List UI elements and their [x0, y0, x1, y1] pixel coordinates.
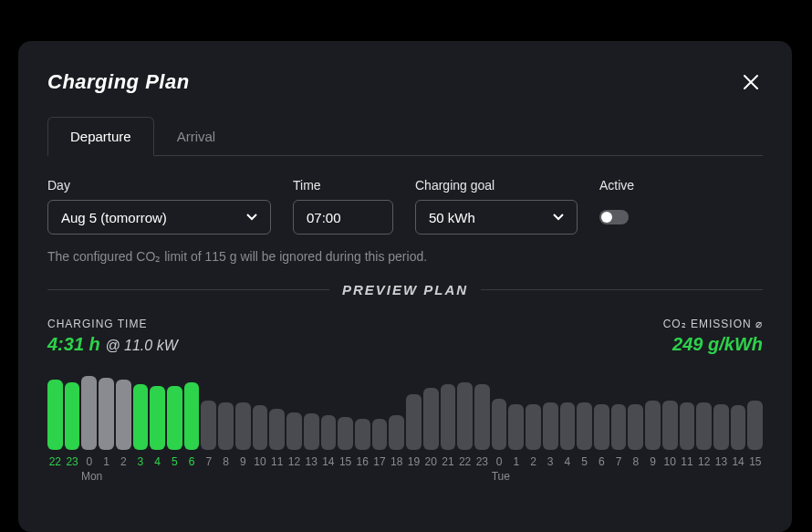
chart-day-label [528, 470, 543, 483]
chart-day-label [441, 470, 455, 483]
chart-hour-label: 1 [508, 455, 524, 468]
chart-day-label [407, 470, 422, 483]
chart-bar [577, 402, 592, 450]
chart-hour-label: 5 [577, 455, 592, 468]
modal-title: Charging Plan [47, 70, 190, 94]
chart-bar [47, 380, 63, 450]
chart-day-label [474, 470, 489, 483]
chart-hour-label: 9 [235, 455, 251, 468]
chart-day-label [613, 470, 628, 483]
chart-day-label [357, 470, 371, 483]
chart-hour-label: 6 [184, 455, 200, 468]
chart-day-label: Tue [492, 470, 510, 483]
chart-day-label [104, 470, 119, 483]
charging-plan-modal: Charging Plan Departure Arrival Day Aug … [18, 41, 792, 532]
chart-hour-label: 8 [218, 455, 234, 468]
chart-day-label [713, 470, 728, 483]
chart-hour-label: 4 [150, 455, 165, 468]
chart-hour-label: 3 [543, 455, 558, 468]
time-label: Time [293, 178, 393, 193]
chart-hour-label: 10 [662, 455, 678, 468]
chart-hour-label: 15 [747, 455, 763, 468]
chart-day-label [172, 470, 186, 483]
form-fields: Day Aug 5 (tomorrow) Time 07:00 Charging… [47, 178, 763, 235]
chart-day-label [273, 470, 287, 483]
chart-bar [526, 404, 541, 450]
chart-day-label [340, 470, 355, 483]
active-toggle[interactable] [599, 210, 629, 224]
chart-day-label [255, 470, 270, 483]
chart-bar [492, 399, 507, 450]
chart-hour-label: 12 [286, 455, 302, 468]
chart-hour-label: 23 [65, 455, 80, 468]
goal-value: 50 kWh [429, 210, 475, 225]
charging-time-label: CHARGING TIME [47, 318, 178, 330]
chart-hour-label: 14 [731, 455, 746, 468]
chart-bar [184, 382, 200, 450]
chart-day-label [512, 470, 526, 483]
chart-day-label [205, 470, 220, 483]
chart-hour-label: 15 [338, 455, 353, 468]
co2-stat: CO₂ EMISSION ⌀ 249 g/kWh [663, 318, 763, 355]
chart-bar [372, 419, 388, 450]
modal-header: Charging Plan [47, 70, 763, 94]
chart-bar [680, 402, 695, 450]
chart-hour-label: 8 [628, 455, 643, 468]
chart-bar [508, 404, 524, 450]
chart-day-label [596, 470, 610, 483]
chart-day-label: Mon [81, 470, 102, 483]
chevron-down-icon [553, 214, 564, 221]
chart-hour-label: 2 [526, 455, 541, 468]
stats-row: CHARGING TIME 4:31 h @ 11.0 kW CO₂ EMISS… [47, 318, 763, 355]
chart-hour-label: 13 [304, 455, 319, 468]
chart-bar [355, 419, 370, 450]
chart-bar [218, 402, 234, 450]
chart-hour-label: 11 [680, 455, 695, 468]
preview-label: PREVIEW PLAN [342, 282, 468, 297]
tab-departure[interactable]: Departure [47, 117, 154, 156]
chart-day-label [546, 470, 560, 483]
preview-divider: PREVIEW PLAN [47, 282, 763, 297]
goal-select[interactable]: 50 kWh [415, 200, 578, 235]
chart-hour-label: 5 [167, 455, 182, 468]
close-button[interactable] [739, 70, 763, 94]
chart-bar [696, 402, 712, 450]
chart-day-label [323, 470, 338, 483]
chart-hour-label: 0 [81, 455, 97, 468]
chart-bar [338, 417, 353, 450]
chart-bar [560, 402, 576, 450]
chart-hour-label: 9 [645, 455, 661, 468]
day-select[interactable]: Aug 5 (tomorrow) [47, 200, 271, 235]
chart-hour-label: 23 [474, 455, 490, 468]
chart-hour-label: 17 [372, 455, 388, 468]
chart-bar [99, 378, 114, 450]
preview-chart: 2223012345678910111213141516171819202122… [47, 368, 763, 483]
chart-bar [150, 386, 165, 450]
chart-bar [133, 384, 149, 450]
chart-hour-label: 18 [389, 455, 404, 468]
chart-day-label [189, 470, 203, 483]
chart-day-label [307, 470, 321, 483]
chart-hour-label: 16 [355, 455, 370, 468]
tabs: Departure Arrival [47, 116, 763, 156]
chart-hour-label: 21 [441, 455, 456, 468]
chart-hour-label: 7 [611, 455, 627, 468]
chart-bar [441, 384, 456, 450]
chart-bar [304, 413, 319, 450]
chart-day-label [579, 470, 594, 483]
chart-bar [389, 415, 404, 450]
tab-arrival[interactable]: Arrival [154, 117, 239, 156]
chart-bar [321, 415, 337, 450]
chart-day-label [747, 470, 762, 483]
chart-bar [662, 401, 678, 450]
close-icon [743, 74, 759, 90]
chart-bar [81, 376, 97, 450]
chart-day-label [697, 470, 712, 483]
chart-day-label [222, 470, 236, 483]
day-value: Aug 5 (tomorrow) [61, 210, 167, 225]
chart-day-label [424, 470, 439, 483]
charging-time-stat: CHARGING TIME 4:31 h @ 11.0 kW [47, 318, 178, 355]
chart-hour-label: 0 [492, 455, 507, 468]
active-label: Active [599, 178, 634, 193]
time-input[interactable]: 07:00 [293, 200, 393, 235]
